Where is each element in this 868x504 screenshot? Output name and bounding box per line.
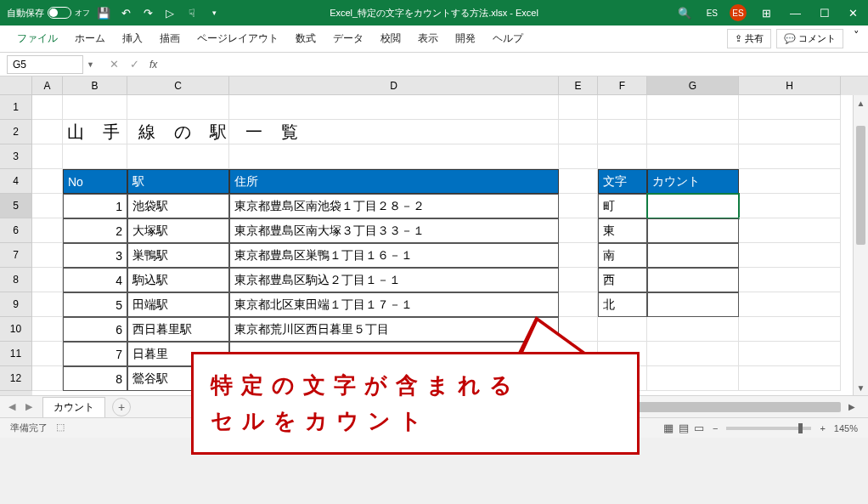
cell[interactable] [739, 218, 841, 243]
cell[interactable] [32, 95, 63, 120]
cell[interactable]: 東京都豊島区巣鴨１丁目１６－１ [229, 243, 559, 268]
cell[interactable] [739, 243, 841, 268]
fx-icon[interactable]: fx [149, 59, 157, 71]
formula-input[interactable] [161, 55, 861, 74]
cell[interactable] [739, 120, 841, 144]
cell[interactable] [647, 317, 739, 342]
cell[interactable] [739, 342, 841, 366]
view-pagelayout-icon[interactable]: ▤ [679, 422, 689, 434]
ribbon-mode-icon[interactable]: ⊞ [758, 5, 775, 21]
cell[interactable] [32, 120, 63, 144]
cell[interactable]: 巣鴨駅 [127, 243, 229, 268]
cell[interactable] [127, 120, 229, 144]
col-header[interactable]: B [63, 76, 127, 95]
autosave-toggle[interactable]: 自動保存 オフ [7, 7, 90, 20]
cell[interactable] [647, 95, 739, 120]
cell[interactable] [559, 268, 598, 292]
menu-developer[interactable]: 開発 [447, 28, 484, 49]
cell[interactable]: 西 [598, 268, 647, 292]
scroll-right-icon[interactable]: ▶ [844, 402, 860, 411]
zoom-in-icon[interactable]: + [820, 423, 825, 433]
menu-view[interactable]: 表示 [409, 28, 447, 49]
menu-insert[interactable]: 挿入 [114, 28, 151, 49]
ribbon-collapse-icon[interactable]: ˅ [854, 29, 860, 48]
col-header[interactable]: G [647, 76, 739, 95]
save-icon[interactable]: 💾 [97, 6, 110, 20]
scroll-thumb[interactable] [856, 126, 865, 245]
row-header[interactable]: 1 [0, 95, 32, 120]
cell[interactable] [598, 95, 647, 120]
col-header[interactable]: A [32, 76, 63, 95]
th-no[interactable]: No [63, 169, 127, 194]
cell[interactable]: 北 [598, 292, 647, 317]
cell[interactable]: 南 [598, 243, 647, 268]
cell[interactable] [739, 317, 841, 342]
menu-pagelayout[interactable]: ページレイアウト [189, 28, 287, 49]
cell[interactable] [63, 144, 127, 169]
enter-icon[interactable]: ✓ [125, 55, 145, 74]
cell[interactable] [559, 95, 598, 120]
cell[interactable]: 8 [63, 366, 127, 391]
row-header[interactable]: 4 [0, 169, 32, 194]
cell[interactable] [32, 366, 63, 391]
cell[interactable]: 西日暮里駅 [127, 317, 229, 342]
cell[interactable] [32, 144, 63, 169]
row-header[interactable]: 5 [0, 194, 32, 218]
cell[interactable] [647, 218, 739, 243]
cell[interactable]: 7 [63, 342, 127, 366]
row-header[interactable]: 3 [0, 144, 32, 169]
close-icon[interactable]: ✕ [845, 5, 861, 21]
row-header[interactable]: 6 [0, 218, 32, 243]
cell[interactable] [32, 317, 63, 342]
view-normal-icon[interactable]: ▦ [663, 422, 674, 434]
cell[interactable] [32, 169, 63, 194]
col-header[interactable]: H [739, 76, 841, 95]
cell[interactable] [739, 95, 841, 120]
cell[interactable]: 東京都豊島区南池袋１丁目２８－２ [229, 194, 559, 218]
cell[interactable] [647, 243, 739, 268]
cell[interactable]: 駒込駅 [127, 268, 229, 292]
cell[interactable] [739, 144, 841, 169]
cell[interactable] [598, 317, 647, 342]
col-header[interactable]: E [559, 76, 598, 95]
comment-button[interactable]: 💬コメント [776, 29, 843, 48]
cell[interactable]: 1 [63, 194, 127, 218]
cell[interactable] [559, 144, 598, 169]
cell[interactable] [127, 144, 229, 169]
touch-icon[interactable]: ☟ [185, 6, 199, 20]
row-header[interactable]: 2 [0, 120, 32, 144]
cell[interactable] [559, 169, 598, 194]
cell-selected[interactable] [647, 194, 739, 218]
scroll-up-icon[interactable]: ▲ [854, 95, 868, 110]
th-char[interactable]: 文字 [598, 169, 647, 194]
cell[interactable]: 東京都荒川区西日暮里５丁目 [229, 317, 559, 342]
cell[interactable] [559, 218, 598, 243]
cell[interactable]: 2 [63, 218, 127, 243]
cell[interactable] [739, 292, 841, 317]
cell[interactable] [229, 120, 559, 144]
cell[interactable] [647, 292, 739, 317]
undo-icon[interactable]: ↶ [119, 6, 132, 20]
cell[interactable] [598, 144, 647, 169]
search-icon[interactable]: 🔍 [674, 5, 695, 21]
cell[interactable] [559, 243, 598, 268]
col-header[interactable]: D [229, 76, 559, 95]
row-header[interactable]: 7 [0, 243, 32, 268]
cell[interactable] [32, 243, 63, 268]
menu-data[interactable]: データ [324, 28, 372, 49]
menu-draw[interactable]: 描画 [151, 28, 189, 49]
sheet-next-icon[interactable]: ▶ [25, 401, 32, 412]
cell[interactable]: 5 [63, 292, 127, 317]
th-count[interactable]: カウント [647, 169, 739, 194]
select-all-corner[interactable] [0, 76, 32, 95]
menu-formulas[interactable]: 数式 [287, 28, 324, 49]
col-header[interactable]: F [598, 76, 647, 95]
scroll-down-icon[interactable]: ▼ [854, 380, 868, 395]
cell[interactable] [229, 95, 559, 120]
cell[interactable] [32, 342, 63, 366]
cell[interactable]: 東京都豊島区駒込２丁目１－１ [229, 268, 559, 292]
row-header[interactable]: 9 [0, 292, 32, 317]
cell[interactable] [127, 95, 229, 120]
vertical-scrollbar[interactable]: ▲ ▼ [853, 95, 868, 395]
zoom-thumb[interactable] [798, 423, 803, 433]
